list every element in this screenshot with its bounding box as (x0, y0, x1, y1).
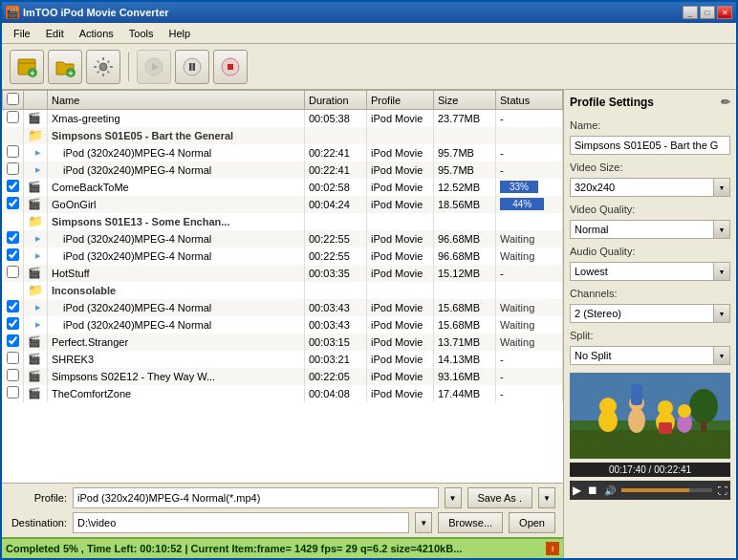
video-size-label: Video Size: (570, 162, 730, 173)
select-all-checkbox[interactable] (7, 93, 19, 105)
svg-point-19 (599, 398, 617, 415)
row-checkbox[interactable] (7, 180, 19, 192)
row-size: 96.68MB (434, 248, 496, 265)
add-files-button[interactable]: + (10, 50, 44, 84)
col-profile[interactable]: Profile (367, 91, 434, 110)
table-row[interactable]: ▸iPod (320x240)MPEG-4 Normal00:22:41iPod… (3, 162, 563, 179)
row-checkbox[interactable] (7, 386, 19, 398)
row-size (434, 127, 496, 144)
play-button[interactable] (137, 50, 171, 84)
name-input[interactable] (570, 136, 730, 155)
row-name: TheComfortZone (48, 385, 305, 402)
menu-help[interactable]: Help (161, 26, 198, 41)
status-icon[interactable]: ! (546, 542, 559, 555)
menu-file[interactable]: File (6, 26, 38, 41)
row-checkbox[interactable] (7, 266, 19, 278)
profile-dropdown-btn[interactable]: ▼ (445, 487, 462, 508)
row-name: GoOnGirl (48, 196, 305, 213)
row-size: 13.71MB (434, 334, 496, 351)
audio-quality-select[interactable]: Lowest (570, 262, 730, 281)
menu-edit[interactable]: Edit (38, 26, 72, 41)
video-quality-select[interactable]: Normal (570, 220, 730, 239)
file-icon: 🎬 (28, 370, 41, 381)
close-button[interactable]: ✕ (717, 6, 732, 19)
destination-input[interactable] (73, 512, 409, 533)
row-icon-cell: 🎬 (24, 110, 48, 127)
menu-tools[interactable]: Tools (121, 26, 162, 41)
svg-rect-22 (631, 384, 642, 405)
row-size: 15.68MB (434, 299, 496, 316)
file-table-container[interactable]: Name Duration Profile Size Status 🎬Xmas-… (2, 90, 563, 483)
edit-profile-icon[interactable]: ✏ (721, 96, 730, 109)
profile-settings-panel: Profile Settings ✏ Name: Video Size: 320… (564, 90, 736, 558)
channels-select[interactable]: 2 (Stereo) (570, 304, 730, 323)
menu-actions[interactable]: Actions (72, 26, 121, 41)
row-checkbox[interactable] (7, 317, 19, 330)
col-duration[interactable]: Duration (305, 91, 367, 110)
row-checkbox[interactable] (7, 162, 19, 175)
pb-fullscreen-button[interactable]: ⛶ (718, 485, 727, 496)
row-status: Waiting (496, 316, 563, 334)
row-checkbox[interactable] (7, 369, 19, 381)
row-checkbox[interactable] (7, 300, 19, 312)
row-icon-cell: ▸ (24, 299, 48, 316)
progress-bar: 44% (500, 198, 544, 210)
settings-button[interactable] (86, 50, 120, 84)
playback-progress-fill (621, 488, 689, 492)
table-row[interactable]: ▸iPod (320x240)MPEG-4 Normal00:03:43iPod… (3, 316, 563, 334)
table-row[interactable]: 🎬Xmas-greeting00:05:38iPod Movie23.77MB- (3, 110, 563, 127)
table-row[interactable]: ▸iPod (320x240)MPEG-4 Normal00:03:43iPod… (3, 299, 563, 316)
row-icon-cell: ▸ (24, 248, 48, 265)
table-row[interactable]: ▸iPod (320x240)MPEG-4 Normal00:22:41iPod… (3, 144, 563, 162)
save-as-button[interactable]: Save As . (467, 487, 532, 508)
table-row[interactable]: 🎬ComeBackToMe00:02:58iPod Movie12.52MB33… (3, 179, 563, 196)
pb-stop-button[interactable]: ⏹ (587, 484, 598, 497)
destination-dropdown-btn[interactable]: ▼ (415, 512, 432, 533)
table-row[interactable]: ▸iPod (320x240)MPEG-4 Normal00:22:55iPod… (3, 230, 563, 248)
svg-rect-27 (701, 420, 706, 432)
col-size[interactable]: Size (434, 91, 496, 110)
row-checkbox[interactable] (7, 111, 19, 123)
table-row[interactable]: 🎬GoOnGirl00:04:24iPod Movie18.56MB44% (3, 196, 563, 213)
row-checkbox[interactable] (7, 334, 19, 347)
table-row[interactable]: 📁Simpsons S01E13 - Some Enchan... (3, 213, 563, 230)
table-row[interactable]: 🎬TheComfortZone00:04:08iPod Movie17.44MB… (3, 385, 563, 402)
save-as-dropdown-btn[interactable]: ▼ (538, 487, 555, 508)
col-icon (24, 91, 48, 110)
row-checkbox[interactable] (7, 197, 19, 209)
minimize-button[interactable]: _ (683, 6, 698, 19)
row-profile (367, 213, 434, 230)
row-checkbox[interactable] (7, 231, 19, 244)
pause-button[interactable] (175, 50, 209, 84)
col-status[interactable]: Status (496, 91, 563, 110)
table-row[interactable]: 🎬HotStuff00:03:35iPod Movie15.12MB- (3, 265, 563, 282)
row-profile: iPod Movie (367, 144, 434, 162)
sub-icon: ▸ (28, 301, 41, 312)
svg-rect-10 (193, 63, 196, 71)
browse-button[interactable]: Browse... (438, 512, 503, 533)
profile-select[interactable] (73, 487, 439, 508)
table-row[interactable]: 🎬Simpsons S02E12 - They Way W...00:22:05… (3, 368, 563, 385)
row-checkbox[interactable] (7, 248, 19, 261)
row-checkbox[interactable] (7, 352, 19, 364)
table-row[interactable]: ▸iPod (320x240)MPEG-4 Normal00:22:55iPod… (3, 248, 563, 265)
table-row[interactable]: 🎬Perfect.Stranger00:03:15iPod Movie13.71… (3, 334, 563, 351)
add-folder-button[interactable]: + (48, 50, 82, 84)
row-name: HotStuff (48, 265, 305, 282)
stop-button[interactable] (213, 50, 248, 84)
video-size-select[interactable]: 320x240 (570, 178, 730, 197)
open-button[interactable]: Open (509, 512, 555, 533)
row-status: Waiting (496, 230, 563, 248)
maximize-button[interactable]: □ (700, 6, 715, 19)
row-duration: 00:03:15 (305, 334, 367, 351)
playback-progress[interactable] (621, 488, 712, 492)
pb-play-button[interactable]: ▶ (573, 484, 581, 497)
row-checkbox[interactable] (7, 145, 19, 158)
table-row[interactable]: 📁Simpsons S01E05 - Bart the General (3, 127, 563, 144)
col-name[interactable]: Name (48, 91, 305, 110)
table-row[interactable]: 🎬SHREK300:03:21iPod Movie14.13MB- (3, 351, 563, 368)
audio-quality-label: Audio Quality: (570, 246, 730, 257)
row-name: Inconsolable (48, 282, 305, 299)
table-row[interactable]: 📁Inconsolable (3, 282, 563, 299)
split-select[interactable]: No Split (570, 346, 730, 365)
